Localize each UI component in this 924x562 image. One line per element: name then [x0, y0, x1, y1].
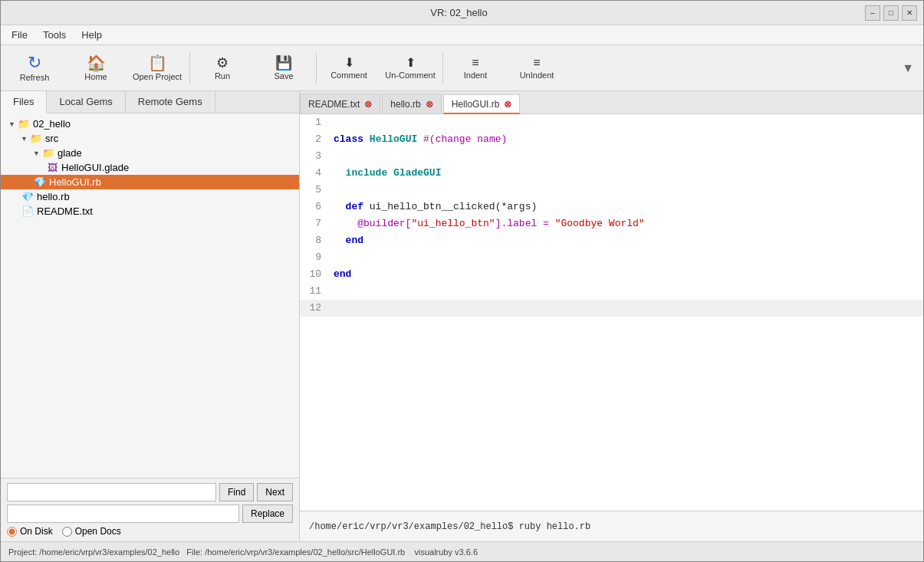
line-number-3: 3 — [300, 148, 327, 165]
line-code-5 — [327, 182, 923, 199]
line-code-2: class HelloGUI #(change name) — [327, 131, 923, 148]
project-label: Project: — [8, 547, 37, 557]
code-line-9[interactable]: 9 — [300, 249, 923, 266]
open-project-button[interactable]: 📋 Open Project — [127, 48, 188, 89]
code-line-1[interactable]: 1 — [300, 114, 923, 131]
terminal-bar: /home/eric/vrp/vr3/examples/02_hello$ ru… — [300, 511, 923, 541]
line-code-6: def ui_hello_btn__clicked(*args) — [327, 199, 923, 215]
code-line-10[interactable]: 10end — [300, 266, 923, 283]
menu-bar: File Tools Help — [1, 25, 923, 45]
folder-icon: 📁 — [29, 133, 43, 144]
refresh-icon: ↻ — [28, 54, 41, 71]
radio-ondisk-label[interactable]: On Disk — [7, 526, 53, 537]
toolbar-sep-1 — [189, 53, 190, 84]
line-code-10: end — [327, 266, 923, 283]
tab-local-gems[interactable]: Local Gems — [47, 91, 125, 113]
tree-item-hellogui-glade[interactable]: 🖼 HelloGUI.glade — [1, 160, 299, 175]
tab-hellorb-label: hello.rb — [390, 99, 420, 110]
next-button[interactable]: Next — [257, 483, 293, 501]
tree-item-hellogui-rb[interactable]: 💎 HelloGUI.rb — [1, 175, 299, 189]
refresh-button[interactable]: ↻ Refresh — [4, 48, 65, 89]
menu-file[interactable]: File — [4, 28, 35, 42]
minimize-button[interactable]: – — [865, 5, 880, 21]
line-number-6: 6 — [300, 199, 327, 215]
tree-item-src[interactable]: ▼ 📁 src — [1, 131, 299, 146]
line-code-11 — [327, 283, 923, 300]
code-line-3[interactable]: 3 — [300, 148, 923, 165]
tab-readme-label: README.txt — [308, 99, 360, 110]
window-controls: – □ ✕ — [865, 5, 917, 21]
line-code-12 — [327, 300, 923, 317]
line-code-1 — [327, 114, 923, 131]
tab-hellorb-close[interactable]: ⊗ — [426, 99, 433, 110]
tree-item-02hello[interactable]: ▼ 📁 02_hello — [1, 117, 299, 131]
code-line-12[interactable]: 12 — [300, 300, 923, 317]
folder-icon: 📁 — [41, 148, 55, 159]
find-button[interactable]: Find — [219, 483, 254, 501]
tree-label-readme: README.txt — [37, 205, 93, 217]
code-line-2[interactable]: 2class HelloGUI #(change name) — [300, 131, 923, 148]
save-button[interactable]: 💾 Save — [253, 48, 314, 89]
save-label: Save — [274, 71, 293, 81]
uncomment-button[interactable]: ⬆ Un-Comment — [380, 48, 441, 89]
open-project-label: Open Project — [133, 72, 182, 81]
line-number-8: 8 — [300, 232, 327, 249]
tab-hellogui-close[interactable]: ⊗ — [504, 99, 511, 110]
toolbar-sep-2 — [316, 53, 317, 84]
tab-hellorb[interactable]: hello.rb ⊗ — [382, 94, 441, 113]
tab-remote-gems[interactable]: Remote Gems — [126, 91, 215, 113]
menu-tools[interactable]: Tools — [35, 28, 74, 42]
maximize-button[interactable]: □ — [883, 5, 899, 21]
code-line-5[interactable]: 5 — [300, 182, 923, 199]
radio-opendocs-label[interactable]: Open Docs — [62, 526, 121, 537]
home-label: Home — [84, 72, 107, 81]
replace-input[interactable] — [7, 504, 239, 523]
tab-hellogui-label: HelloGUI.rb — [452, 99, 500, 110]
code-line-11[interactable]: 11 — [300, 283, 923, 300]
tab-readme[interactable]: README.txt ⊗ — [300, 94, 380, 113]
line-number-4: 4 — [300, 165, 327, 182]
ondisk-label-text: On Disk — [20, 526, 53, 537]
line-number-12: 12 — [300, 300, 327, 317]
line-code-9 — [327, 249, 923, 266]
uncomment-icon: ⬆ — [406, 57, 416, 69]
menu-help[interactable]: Help — [74, 28, 110, 42]
tree-item-glade[interactable]: ▼ 📁 glade — [1, 146, 299, 160]
replace-button[interactable]: Replace — [242, 504, 293, 523]
tab-readme-close[interactable]: ⊗ — [364, 99, 372, 110]
toolbar-sep-3 — [442, 53, 443, 84]
open-project-icon: 📋 — [148, 55, 167, 71]
radio-ondisk[interactable] — [7, 527, 17, 537]
file-path: /home/eric/vrp/vr3/examples/02_hello/src… — [205, 547, 405, 557]
code-editor[interactable]: 12class HelloGUI #(change name)34 includ… — [300, 114, 923, 511]
unindent-button[interactable]: ≡ UnIndent — [506, 48, 567, 89]
comment-button[interactable]: ⬇ Comment — [318, 48, 380, 89]
code-line-4[interactable]: 4 include GladeGUI — [300, 165, 923, 182]
close-button[interactable]: ✕ — [902, 5, 917, 21]
home-button[interactable]: 🏠 Home — [65, 48, 127, 89]
tree-label-hellogui-rb: HelloGUI.rb — [49, 176, 101, 188]
line-code-4: include GladeGUI — [327, 165, 923, 182]
home-icon: 🏠 — [87, 55, 106, 71]
tree-label-src: src — [45, 133, 58, 144]
uncomment-label: Un-Comment — [385, 71, 435, 80]
code-line-6[interactable]: 6 def ui_hello_btn__clicked(*args) — [300, 199, 923, 215]
tree-item-hello-rb[interactable]: 💎 hello.rb — [1, 189, 299, 204]
find-input[interactable] — [7, 483, 216, 501]
code-line-8[interactable]: 8 end — [300, 232, 923, 249]
comment-label: Comment — [330, 71, 367, 80]
indent-button[interactable]: ≡ Indent — [445, 48, 506, 89]
toolbar-expand-button[interactable]: ▼ — [896, 58, 920, 78]
tab-files[interactable]: Files — [1, 91, 47, 113]
radio-opendocs[interactable] — [62, 527, 72, 537]
chevron-icon: ▼ — [21, 135, 28, 143]
file-tree: ▼ 📁 02_hello ▼ 📁 src ▼ 📁 glade — [1, 113, 299, 478]
tree-item-readme[interactable]: 📄 README.txt — [1, 204, 299, 219]
tab-hellogui[interactable]: HelloGUI.rb ⊗ — [443, 94, 521, 114]
opendocs-label-text: Open Docs — [75, 526, 121, 537]
tree-label-02hello: 02_hello — [33, 118, 71, 130]
code-line-7[interactable]: 7 @builder["ui_hello_btn"].label = "Good… — [300, 215, 923, 232]
run-button[interactable]: ⚙ Run — [192, 48, 253, 89]
file-rb-icon: 💎 — [33, 177, 47, 188]
line-number-5: 5 — [300, 182, 327, 199]
